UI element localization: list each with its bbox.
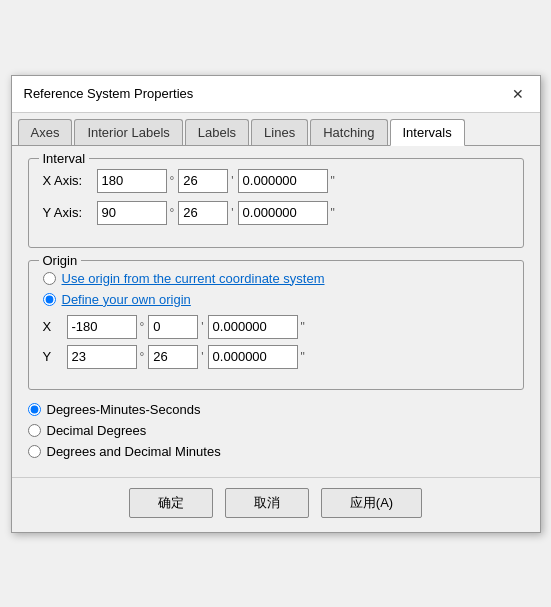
y-axis-minutes-input[interactable] (178, 201, 228, 225)
origin-x-label: X (43, 319, 63, 334)
y-deg-unit: ° (170, 206, 175, 220)
dms-row-3: Degrees and Decimal Minutes (28, 444, 524, 459)
y-axis-label: Y Axis: (43, 205, 93, 220)
origin-x-deg-group: ° (67, 315, 145, 339)
y-axis-row: Y Axis: ° ' " (43, 201, 509, 225)
radio-current-origin-label[interactable]: Use origin from the current coordinate s… (62, 271, 325, 286)
origin-x-degrees-input[interactable] (67, 315, 137, 339)
origin-x-min-group: ' (148, 315, 203, 339)
x-deg-group: ° (97, 169, 175, 193)
tab-hatching[interactable]: Hatching (310, 119, 387, 145)
dms-row-2: Decimal Degrees (28, 423, 524, 438)
origin-x-min-unit: ' (201, 320, 203, 334)
radio-own-origin[interactable] (43, 293, 56, 306)
x-axis-label: X Axis: (43, 173, 93, 188)
dms-label-1[interactable]: Degrees-Minutes-Seconds (47, 402, 201, 417)
ok-button[interactable]: 确定 (129, 488, 213, 518)
origin-y-deg-group: ° (67, 345, 145, 369)
x-sec-group: " (238, 169, 335, 193)
radio-row-current: Use origin from the current coordinate s… (43, 271, 509, 286)
origin-y-sec-group: " (208, 345, 305, 369)
y-deg-group: ° (97, 201, 175, 225)
y-axis-seconds-input[interactable] (238, 201, 328, 225)
tab-bar: Axes Interior Labels Labels Lines Hatchi… (12, 113, 540, 146)
y-sec-group: " (238, 201, 335, 225)
x-min-unit: ' (231, 174, 233, 188)
tab-intervals[interactable]: Intervals (390, 119, 465, 146)
origin-y-sec-unit: " (301, 350, 305, 364)
y-min-unit: ' (231, 206, 233, 220)
x-axis-degrees-input[interactable] (97, 169, 167, 193)
origin-y-min-group: ' (148, 345, 203, 369)
dms-label-3[interactable]: Degrees and Decimal Minutes (47, 444, 221, 459)
interval-group-label: Interval (39, 151, 90, 166)
origin-radio-group: Use origin from the current coordinate s… (43, 271, 509, 307)
origin-x-sec-group: " (208, 315, 305, 339)
origin-fields: X ° ' " Y (43, 315, 509, 369)
x-deg-unit: ° (170, 174, 175, 188)
origin-x-seconds-input[interactable] (208, 315, 298, 339)
origin-x-row: X ° ' " (43, 315, 509, 339)
dms-label-2[interactable]: Decimal Degrees (47, 423, 147, 438)
y-sec-unit: " (331, 206, 335, 220)
origin-y-label: Y (43, 349, 63, 364)
apply-button[interactable]: 应用(A) (321, 488, 422, 518)
tab-axes[interactable]: Axes (18, 119, 73, 145)
x-sec-unit: " (331, 174, 335, 188)
origin-x-minutes-input[interactable] (148, 315, 198, 339)
origin-group-label: Origin (39, 253, 82, 268)
dialog-title: Reference System Properties (24, 86, 194, 101)
radio-current-origin[interactable] (43, 272, 56, 285)
radio-row-own: Define your own origin (43, 292, 509, 307)
dms-group: Degrees-Minutes-Seconds Decimal Degrees … (28, 402, 524, 459)
tab-labels[interactable]: Labels (185, 119, 249, 145)
radio-own-origin-label[interactable]: Define your own origin (62, 292, 191, 307)
close-button[interactable]: ✕ (508, 84, 528, 104)
footer: 确定 取消 应用(A) (12, 477, 540, 532)
interval-group: Interval X Axis: ° ' " Y Axis: (28, 158, 524, 248)
radio-degrees-decimal-minutes[interactable] (28, 445, 41, 458)
radio-decimal-degrees[interactable] (28, 424, 41, 437)
x-axis-row: X Axis: ° ' " (43, 169, 509, 193)
dialog: Reference System Properties ✕ Axes Inter… (11, 75, 541, 533)
x-axis-minutes-input[interactable] (178, 169, 228, 193)
x-min-group: ' (178, 169, 233, 193)
origin-x-sec-unit: " (301, 320, 305, 334)
content-area: Interval X Axis: ° ' " Y Axis: (12, 146, 540, 477)
origin-y-row: Y ° ' " (43, 345, 509, 369)
cancel-button[interactable]: 取消 (225, 488, 309, 518)
origin-y-min-unit: ' (201, 350, 203, 364)
origin-y-seconds-input[interactable] (208, 345, 298, 369)
origin-y-degrees-input[interactable] (67, 345, 137, 369)
origin-y-deg-unit: ° (140, 350, 145, 364)
tab-interior-labels[interactable]: Interior Labels (74, 119, 182, 145)
y-axis-degrees-input[interactable] (97, 201, 167, 225)
origin-y-minutes-input[interactable] (148, 345, 198, 369)
origin-group: Origin Use origin from the current coord… (28, 260, 524, 390)
dms-row-1: Degrees-Minutes-Seconds (28, 402, 524, 417)
y-min-group: ' (178, 201, 233, 225)
tab-lines[interactable]: Lines (251, 119, 308, 145)
title-bar: Reference System Properties ✕ (12, 76, 540, 113)
radio-dms[interactable] (28, 403, 41, 416)
x-axis-seconds-input[interactable] (238, 169, 328, 193)
origin-x-deg-unit: ° (140, 320, 145, 334)
